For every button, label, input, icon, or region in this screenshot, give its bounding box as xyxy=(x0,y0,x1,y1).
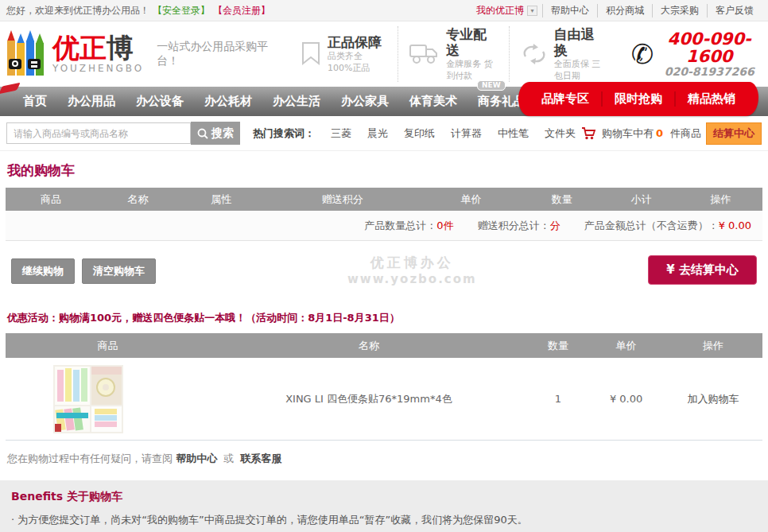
contact-service-link[interactable]: 联系客服 xyxy=(240,452,281,464)
topbar-link-points[interactable]: 积分商城 xyxy=(597,4,652,17)
nav-flash-sale[interactable]: 限时抢购 xyxy=(601,91,674,107)
help-line: 您在购物过程中有任何疑问，请查阅 帮助中心 或 联系客服 xyxy=(7,452,762,466)
promo-banner-text: 优惠活动：购物满100元，赠送四色便条贴一本哦！（活动时间：8月1日-8月31日… xyxy=(7,311,762,325)
col-price: 单价 xyxy=(588,339,664,353)
nav-consumables[interactable]: 办公耗材 xyxy=(194,94,262,109)
search-button[interactable]: 搜索 xyxy=(191,122,240,145)
col-action: 操作 xyxy=(664,339,762,353)
benefits-title: Benefits 关于购物车 xyxy=(11,490,757,504)
truck-icon xyxy=(409,42,440,66)
gift-table-header: 商品 名称 数量 单价 操作 xyxy=(6,333,762,358)
exchange-icon xyxy=(521,42,548,66)
watermark: 优正博办公 www.yozbo.com xyxy=(347,254,477,286)
hot-search-label: 热门搜索词： xyxy=(253,126,315,141)
topbar-link-help[interactable]: 帮助中心 xyxy=(542,4,597,17)
cart-table-header: 商品 名称 属性 赠送积分 单价 数量 小计 操作 xyxy=(6,188,762,211)
summary-points-label: 赠送积分总计： xyxy=(478,219,550,231)
summary-qty-value: 0件 xyxy=(436,219,453,231)
col-subtotal: 小计 xyxy=(603,192,679,207)
logo-subtitle: YOUZHENGBO xyxy=(52,63,144,74)
hot-keyword[interactable]: 计算器 xyxy=(451,126,482,141)
col-qty: 数量 xyxy=(528,339,588,353)
nav-life[interactable]: 办公生活 xyxy=(262,94,331,109)
cart-summary-row: 产品数量总计：0件 赠送积分总计：分 产品金额总计（不含运费）：¥ 0.00 xyxy=(6,211,762,241)
nav-equipment[interactable]: 办公设备 xyxy=(126,94,194,109)
col-qty: 数量 xyxy=(520,192,603,207)
logo-pencils-icon xyxy=(6,29,46,80)
col-name: 名称 xyxy=(96,192,180,207)
hot-keyword[interactable]: 晨光 xyxy=(367,126,388,141)
table-row: XING LI 四色便条贴76*19mm*4色 1 ¥ 0.00 加入购物车 xyxy=(6,358,762,441)
topbar: 您好，欢迎来到优正博办公用品！ 【安全登录】 【会员注册】 我的优正博 ▾ 帮助… xyxy=(0,0,768,21)
cart-count: 0 xyxy=(656,127,663,139)
hotline-number: 400-090-1600 xyxy=(657,30,762,65)
benefits-section: Benefits 关于购物车 · 为方便您提交订单，尚未对“我的购物车”中商品提… xyxy=(0,480,768,532)
badge-returns: 自由退换 全面质保 三包日期 xyxy=(509,26,617,82)
badge-authentic: 正品保障 品类齐全 100%正品 xyxy=(289,34,398,74)
col-product: 商品 xyxy=(6,339,210,353)
gift-product-price: ¥ 0.00 xyxy=(588,393,664,405)
hot-keyword[interactable]: 三菱 xyxy=(331,126,351,141)
tagline: 一站式办公用品采购平台！ xyxy=(157,40,269,68)
logo-title: 优正博 xyxy=(52,34,144,61)
search-input[interactable] xyxy=(6,122,191,144)
page-title: 我的购物车 xyxy=(7,161,762,180)
my-account-link[interactable]: 我的优正博 xyxy=(476,4,524,17)
cart-count-prefix: 购物车中有 xyxy=(602,126,654,141)
checkout-center-button[interactable]: 结算中心 xyxy=(706,122,762,145)
hotline: ✆ 400-090-1600 020-81937266 xyxy=(631,30,762,78)
summary-qty-label: 产品数量总计： xyxy=(364,219,436,231)
nav-home[interactable]: 首页 xyxy=(13,94,57,109)
col-action: 操作 xyxy=(679,192,762,207)
help-text: 您在购物过程中有任何疑问，请查阅 xyxy=(7,452,173,464)
main-nav: 首页 办公用品 办公设备 办公耗材 办公生活 办公家具 体育美术 商务礼品 NE… xyxy=(0,87,768,116)
gift-product-qty: 1 xyxy=(528,393,588,405)
login-link[interactable]: 【安全登录】 xyxy=(153,4,210,17)
cart-count-suffix: 件商品 xyxy=(670,126,701,141)
add-to-cart-link[interactable]: 加入购物车 xyxy=(664,392,762,406)
col-name: 名称 xyxy=(210,339,528,353)
nav-brand-zone[interactable]: 品牌专区 xyxy=(529,91,601,107)
summary-amount-value: ¥ 0.00 xyxy=(719,219,751,231)
search-icon xyxy=(197,128,208,139)
col-attr: 属性 xyxy=(180,192,263,207)
summary-points-value: 分 xyxy=(550,219,560,231)
gift-product-name[interactable]: XING LI 四色便条贴76*19mm*4色 xyxy=(210,392,528,406)
nav-hot-items[interactable]: 精品热销 xyxy=(674,91,747,107)
topbar-link-feedback[interactable]: 客户反馈 xyxy=(707,4,762,17)
hotline-number-2: 020-81937266 xyxy=(657,65,762,78)
site-header: 优正博 YOUZHENGBO 一站式办公用品采购平台！ 正品保障 品类齐全 10… xyxy=(0,21,768,87)
mini-cart: 购物车中有 0 件商品 结算中心 xyxy=(581,122,762,145)
help-center-link[interactable]: 帮助中心 xyxy=(176,452,217,464)
service-badges: 正品保障 品类齐全 100%正品 专业配送 金牌服务 货到付款 自由退换 全面质… xyxy=(289,26,617,82)
search-bar: 搜索 热门搜索词： 三菱 晨光 复印纸 计算器 中性笔 文件夹 购物车中有 0 … xyxy=(0,116,768,151)
chevron-down-icon[interactable]: ▾ xyxy=(527,6,537,16)
ribbon-icon xyxy=(301,41,321,67)
badge-delivery: 专业配送 金牌服务 货到付款 xyxy=(398,26,508,82)
benefit-item: · 为方便您提交订单，尚未对“我的购物车”中商品提交订单的，请您使用单品“暂存”… xyxy=(11,511,757,530)
clear-cart-button[interactable]: 清空购物车 xyxy=(82,258,156,284)
nav-sports[interactable]: 体育美术 xyxy=(399,94,467,109)
col-points: 赠送积分 xyxy=(263,192,422,207)
nav-furniture[interactable]: 办公家具 xyxy=(331,94,399,109)
hot-keyword[interactable]: 中性笔 xyxy=(498,126,529,141)
summary-amount-label: 产品金额总计（不含运费）： xyxy=(584,219,719,231)
col-price: 单价 xyxy=(422,192,521,207)
main-content: 我的购物车 商品 名称 属性 赠送积分 单价 数量 小计 操作 产品数量总计：0… xyxy=(0,161,768,466)
logo[interactable]: 优正博 YOUZHENGBO xyxy=(6,29,144,80)
hot-keyword[interactable]: 复印纸 xyxy=(404,126,435,141)
welcome-text: 您好，欢迎来到优正博办公用品！ xyxy=(6,4,149,17)
phone-icon: ✆ xyxy=(631,41,654,68)
nav-supplies[interactable]: 办公用品 xyxy=(57,94,126,109)
continue-shopping-button[interactable]: 继续购物 xyxy=(11,258,75,284)
topbar-link-bulk[interactable]: 大宗采购 xyxy=(652,4,707,17)
new-badge: NEW xyxy=(477,80,506,91)
register-link[interactable]: 【会员注册】 xyxy=(213,4,270,17)
go-checkout-button[interactable]: ¥ 去结算中心 xyxy=(648,255,757,285)
promo-ribbon: 品牌专区 限时抢购 精品热销 xyxy=(518,82,758,116)
hot-keyword[interactable]: 文件夹 xyxy=(545,126,576,141)
help-or: 或 xyxy=(223,452,234,464)
cart-icon xyxy=(581,127,597,140)
product-image[interactable] xyxy=(53,365,210,433)
col-product: 商品 xyxy=(6,192,96,207)
